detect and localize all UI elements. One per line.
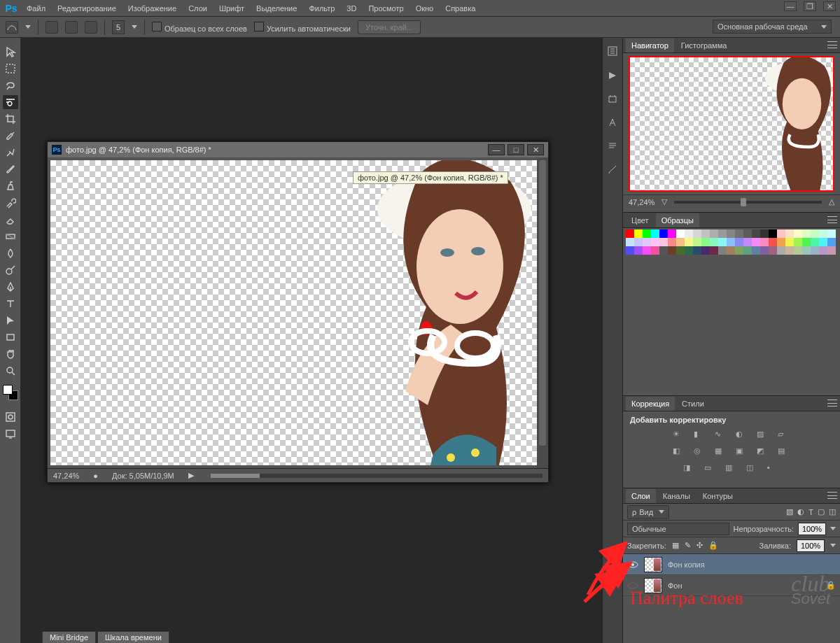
brush-size-menu[interactable] [132, 25, 137, 29]
adj-exposure-icon[interactable]: ◐ [736, 430, 748, 441]
adj-photo-filter-icon[interactable]: ◎ [694, 446, 706, 458]
swatch[interactable] [769, 229, 777, 238]
tab-mini-bridge[interactable]: Mini Bridge [42, 631, 96, 643]
document-canvas[interactable]: фото.jpg @ 47,2% (Фон копия, RGB/8#) * [50, 160, 545, 465]
panel-tab-layers[interactable]: Слои [626, 489, 656, 503]
swatch[interactable] [651, 229, 659, 238]
swatch[interactable] [668, 229, 676, 238]
window-restore[interactable]: ❐ [804, 1, 816, 11]
dodge-tool[interactable] [3, 263, 18, 277]
menu-window[interactable]: Окно [410, 1, 440, 15]
swatch[interactable] [718, 229, 727, 238]
panel-tab-styles[interactable]: Стили [676, 397, 710, 411]
move-tool[interactable] [3, 45, 18, 59]
adj-invert-icon[interactable]: ◩ [757, 446, 769, 458]
swatch[interactable] [701, 229, 710, 238]
visibility-icon[interactable] [627, 559, 638, 570]
swatch[interactable] [802, 246, 811, 255]
rail-paragraph-icon[interactable] [606, 140, 619, 153]
menu-help[interactable]: Справка [440, 1, 481, 15]
panel-tab-channels[interactable]: Каналы [657, 489, 696, 503]
menu-image[interactable]: Изображение [122, 1, 182, 15]
filter-smart-icon[interactable]: ◫ [829, 507, 836, 516]
panel-menu-icon[interactable] [827, 41, 837, 48]
adj-gradient-map-icon[interactable]: ▭ [704, 463, 717, 474]
panel-tab-histogram[interactable]: Гистограмма [676, 38, 733, 52]
screen-mode[interactable] [3, 427, 18, 441]
swatch[interactable] [769, 238, 777, 246]
menu-view[interactable]: Просмотр [363, 1, 409, 15]
option-auto-enhance[interactable]: Усилить автоматически [254, 22, 351, 33]
swatch[interactable] [701, 246, 710, 255]
swatch[interactable] [819, 229, 827, 238]
quick-mask-mode[interactable] [3, 410, 18, 424]
swatch[interactable] [727, 246, 735, 255]
swatch[interactable] [802, 238, 811, 246]
adj-more1-icon[interactable]: ◫ [746, 463, 759, 474]
navigator-preview[interactable] [629, 56, 834, 192]
swatch[interactable] [794, 238, 802, 246]
history-brush-tool[interactable] [3, 196, 18, 210]
tool-preset-menu[interactable] [25, 25, 31, 29]
type-tool[interactable] [3, 297, 18, 311]
swatch[interactable] [685, 246, 693, 255]
swatch[interactable] [710, 238, 718, 246]
marquee-tool[interactable] [3, 62, 18, 76]
adj-hue-icon[interactable]: ▱ [778, 430, 790, 441]
panel-menu-icon[interactable] [827, 400, 837, 407]
swatch[interactable] [785, 229, 794, 238]
swatch[interactable] [802, 229, 811, 238]
rail-actions-icon[interactable] [606, 69, 619, 81]
tool-current-icon[interactable] [6, 21, 18, 34]
swatch[interactable] [626, 246, 634, 255]
swatch[interactable] [651, 246, 659, 255]
foreground-background-color[interactable] [3, 385, 18, 400]
window-minimize[interactable]: — [784, 1, 797, 11]
doc-close[interactable]: ✕ [527, 144, 544, 155]
swatch[interactable] [668, 246, 676, 255]
zoom-out-icon[interactable]: ▽ [662, 197, 667, 206]
swatch[interactable] [693, 229, 701, 238]
swatch[interactable] [811, 246, 819, 255]
swatch[interactable] [827, 229, 836, 238]
swatches-grid[interactable] [623, 228, 840, 256]
adj-posterize-icon[interactable]: ▤ [778, 446, 790, 458]
swatch[interactable] [668, 238, 676, 246]
document-scrollbar[interactable] [537, 157, 548, 468]
adj-brightness-icon[interactable]: ☀ [673, 430, 685, 441]
tab-timeline[interactable]: Шкала времени [97, 631, 169, 643]
crop-tool[interactable] [3, 112, 18, 126]
swatch[interactable] [643, 246, 651, 255]
blur-tool[interactable] [3, 246, 18, 260]
swatch[interactable] [710, 229, 718, 238]
swatch[interactable] [693, 238, 701, 246]
window-close[interactable]: ✕ [823, 1, 836, 11]
swatch[interactable] [676, 246, 685, 255]
swatch[interactable] [785, 246, 794, 255]
menu-3d[interactable]: 3D [341, 1, 362, 15]
swatch[interactable] [718, 246, 727, 255]
eraser-tool[interactable] [3, 213, 18, 227]
swatch[interactable] [811, 238, 819, 246]
swatch[interactable] [676, 238, 685, 246]
swatch[interactable] [777, 229, 785, 238]
swatch[interactable] [626, 229, 634, 238]
swatch[interactable] [693, 246, 701, 255]
swatch[interactable] [777, 246, 785, 255]
brush-tool[interactable] [3, 162, 18, 176]
fill-input[interactable]: 100% [797, 539, 825, 552]
swatch[interactable] [819, 238, 827, 246]
swatch[interactable] [701, 238, 710, 246]
option-add-selection-icon[interactable] [46, 21, 58, 34]
quick-selection-tool[interactable] [3, 95, 18, 109]
zoom-tool[interactable] [3, 364, 18, 378]
healing-brush-tool[interactable] [3, 146, 18, 160]
layer-filter-kind[interactable]: ρ Вид [627, 505, 669, 519]
swatch[interactable] [752, 238, 760, 246]
layer-name[interactable]: Фон копия [668, 560, 705, 569]
swatch[interactable] [760, 238, 769, 246]
swatch[interactable] [735, 238, 743, 246]
swatch[interactable] [785, 238, 794, 246]
adj-curves-icon[interactable]: ∿ [715, 430, 727, 441]
swatch[interactable] [685, 238, 693, 246]
